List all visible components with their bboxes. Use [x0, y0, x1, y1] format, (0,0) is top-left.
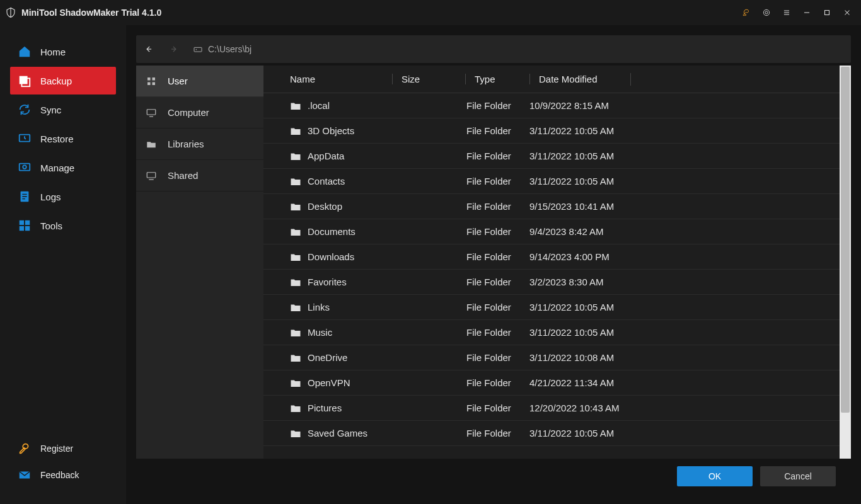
close-button[interactable]: [838, 4, 856, 21]
category-label: Libraries: [168, 139, 204, 149]
help-icon[interactable]: [758, 4, 775, 21]
svg-point-0: [763, 9, 769, 15]
sidebar-item-feedback[interactable]: Feedback: [6, 462, 120, 488]
titlebar: MiniTool ShadowMaker Trial 4.1.0: [0, 0, 861, 25]
category-libraries[interactable]: Libraries: [136, 129, 263, 160]
file-type: File Folder: [466, 302, 529, 312]
file-type: File Folder: [466, 226, 529, 237]
libraries-icon: [145, 138, 158, 151]
drive-icon: [193, 44, 203, 54]
table-row[interactable]: OpenVPNFile Folder4/21/2022 11:34 AM: [263, 370, 840, 396]
svg-rect-14: [194, 47, 202, 52]
file-type: File Folder: [466, 277, 529, 287]
sidebar-item-register[interactable]: Register: [6, 436, 120, 461]
table-row[interactable]: PicturesFile Folder12/20/2022 10:43 AM: [263, 396, 840, 421]
scrollbar-thumb[interactable]: [841, 67, 850, 413]
svg-rect-16: [147, 77, 151, 81]
file-date: 4/21/2022 11:34 AM: [529, 377, 840, 388]
table-row[interactable]: DownloadsFile Folder9/14/2023 4:00 PM: [263, 244, 840, 270]
category-shared[interactable]: Shared: [136, 160, 263, 192]
sidebar-item-manage[interactable]: Manage: [10, 154, 116, 181]
folder-icon: [290, 403, 301, 413]
svg-rect-9: [20, 220, 24, 225]
shared-icon: [145, 169, 158, 182]
file-name: Favorites: [308, 277, 347, 287]
category-label: Computer: [168, 107, 209, 118]
table-row[interactable]: Saved GamesFile Folder3/11/2022 10:05 AM: [263, 421, 840, 446]
folder-icon: [290, 126, 301, 136]
svg-rect-10: [25, 220, 30, 225]
file-type: File Folder: [466, 352, 529, 363]
folder-icon: [290, 151, 301, 161]
file-date: 3/11/2022 10:05 AM: [529, 151, 840, 161]
menu-icon[interactable]: [778, 4, 795, 21]
file-name: OneDrive: [308, 352, 347, 363]
nav-forward-button[interactable]: [161, 35, 187, 63]
folder-icon: [290, 378, 301, 388]
table-row[interactable]: MusicFile Folder3/11/2022 10:05 AM: [263, 320, 840, 345]
file-type: File Folder: [466, 377, 529, 388]
maximize-button[interactable]: [818, 4, 836, 21]
svg-rect-12: [25, 226, 30, 231]
file-name: AppData: [308, 151, 344, 161]
table-row[interactable]: OneDriveFile Folder3/11/2022 10:08 AM: [263, 345, 840, 370]
column-name[interactable]: Name: [290, 74, 392, 84]
app-title: MiniTool ShadowMaker Trial 4.1.0: [21, 8, 161, 18]
svg-rect-3: [20, 76, 28, 84]
license-key-icon[interactable]: [737, 4, 755, 21]
nav-back-button[interactable]: [136, 35, 161, 63]
file-type: File Folder: [466, 428, 529, 438]
ok-button[interactable]: OK: [677, 466, 753, 486]
table-row[interactable]: LinksFile Folder3/11/2022 10:05 AM: [263, 295, 840, 320]
minimize-button[interactable]: [798, 4, 816, 21]
svg-point-7: [23, 165, 26, 169]
scrollbar[interactable]: [840, 66, 851, 459]
sidebar-item-restore[interactable]: Restore: [10, 125, 116, 152]
column-size[interactable]: Size: [392, 74, 465, 84]
table-row[interactable]: AppDataFile Folder3/11/2022 10:05 AM: [263, 144, 840, 169]
folder-icon: [290, 101, 301, 111]
file-date: 3/2/2023 8:30 AM: [529, 277, 840, 287]
folder-icon: [290, 277, 301, 287]
file-date: 3/11/2022 10:05 AM: [529, 327, 840, 338]
svg-rect-20: [147, 109, 156, 114]
table-row[interactable]: FavoritesFile Folder3/2/2023 8:30 AM: [263, 270, 840, 295]
category-user[interactable]: User: [136, 66, 263, 97]
sidebar-item-backup[interactable]: Backup: [10, 67, 116, 94]
dialog-footer: OK Cancel: [126, 459, 851, 494]
file-name: 3D Objects: [308, 125, 354, 136]
file-date: 10/9/2022 8:15 AM: [529, 100, 840, 111]
table-row[interactable]: DesktopFile Folder9/15/2023 10:41 AM: [263, 194, 840, 219]
file-type: File Folder: [466, 125, 529, 136]
sidebar-item-home[interactable]: Home: [10, 38, 116, 66]
sidebar-item-label: Restore: [40, 134, 74, 144]
svg-point-15: [196, 49, 197, 50]
table-row[interactable]: 3D ObjectsFile Folder3/11/2022 10:05 AM: [263, 118, 840, 144]
folder-icon: [290, 428, 301, 438]
tools-icon: [18, 219, 32, 232]
folder-icon: [290, 202, 301, 212]
column-type[interactable]: Type: [465, 74, 529, 84]
category-computer[interactable]: Computer: [136, 97, 263, 129]
sidebar-item-tools[interactable]: Tools: [10, 212, 116, 239]
path-input[interactable]: C:\Users\bj: [187, 44, 851, 54]
table-row[interactable]: .localFile Folder10/9/2022 8:15 AM: [263, 93, 840, 118]
sidebar-item-logs[interactable]: Logs: [10, 183, 116, 210]
table-row[interactable]: ContactsFile Folder3/11/2022 10:05 AM: [263, 169, 840, 194]
sidebar-item-sync[interactable]: Sync: [10, 96, 116, 123]
file-type: File Folder: [466, 151, 529, 161]
table-row[interactable]: DocumentsFile Folder9/4/2023 8:42 AM: [263, 219, 840, 244]
file-name: Documents: [308, 226, 355, 237]
computer-icon: [145, 106, 158, 119]
cancel-button[interactable]: Cancel: [760, 466, 836, 486]
column-date[interactable]: Date Modified: [529, 74, 630, 84]
sidebar-item-label: Manage: [40, 163, 74, 173]
folder-icon: [290, 252, 301, 262]
sidebar: Home Backup Sync Restore Manage: [0, 25, 126, 504]
file-name: OpenVPN: [308, 377, 350, 388]
file-type: File Folder: [466, 201, 529, 212]
svg-rect-11: [20, 226, 24, 231]
svg-rect-21: [147, 172, 156, 177]
category-label: Shared: [168, 170, 198, 181]
file-list: Name Size Type Date Modified .localFile …: [263, 66, 840, 459]
